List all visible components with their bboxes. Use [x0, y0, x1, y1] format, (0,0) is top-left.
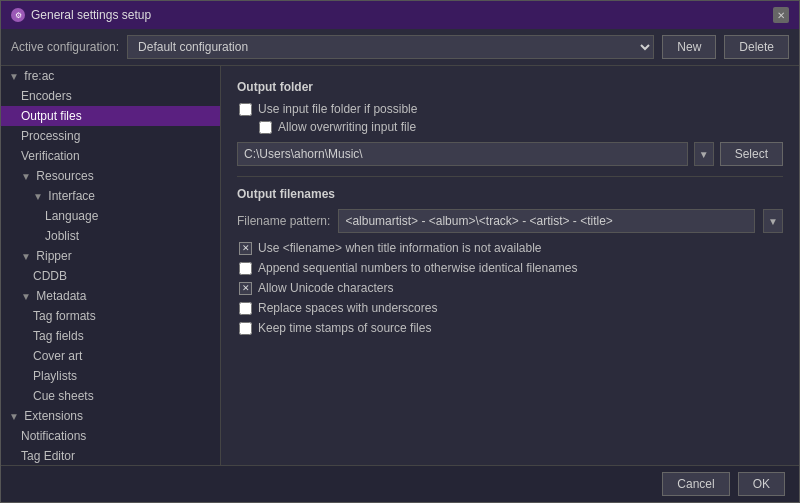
use-filename-checkbox[interactable]: ✕ — [239, 242, 252, 255]
sidebar-item-tag-formats[interactable]: Tag formats — [1, 306, 220, 326]
sidebar-item-extensions[interactable]: ▼ Extensions — [1, 406, 220, 426]
pattern-row: Filename pattern: ▼ — [237, 209, 783, 233]
sidebar-item-tag-fields[interactable]: Tag fields — [1, 326, 220, 346]
allow-overwriting-checkbox[interactable] — [259, 121, 272, 134]
use-input-folder-checkbox[interactable] — [239, 103, 252, 116]
sidebar-item-encoders[interactable]: Encoders — [1, 86, 220, 106]
close-button[interactable]: ✕ — [773, 7, 789, 23]
sidebar-item-language[interactable]: Language — [1, 206, 220, 226]
sidebar: ▼ fre:ac Encoders Output files Processin… — [1, 66, 221, 465]
sidebar-item-tag-editor[interactable]: Tag Editor — [1, 446, 220, 465]
allow-unicode-row: ✕ Allow Unicode characters — [237, 281, 783, 295]
main-area: ▼ fre:ac Encoders Output files Processin… — [1, 66, 799, 465]
append-sequential-row: Append sequential numbers to otherwise i… — [237, 261, 783, 275]
cancel-button[interactable]: Cancel — [662, 472, 729, 496]
use-input-folder-label[interactable]: Use input file folder if possible — [258, 102, 417, 116]
replace-spaces-checkbox[interactable] — [239, 302, 252, 315]
use-input-folder-row: Use input file folder if possible — [237, 102, 783, 116]
sidebar-item-interface[interactable]: ▼ Interface — [1, 186, 220, 206]
path-row: ▼ Select — [237, 142, 783, 166]
title-bar: ⚙ General settings setup ✕ — [1, 1, 799, 29]
sidebar-item-cddb[interactable]: CDDB — [1, 266, 220, 286]
new-button[interactable]: New — [662, 35, 716, 59]
bottom-bar: Cancel OK — [1, 465, 799, 502]
sidebar-item-cover-art[interactable]: Cover art — [1, 346, 220, 366]
sidebar-item-playlists[interactable]: Playlists — [1, 366, 220, 386]
config-bar: Active configuration: Default configurat… — [1, 29, 799, 66]
output-filenames-title: Output filenames — [237, 187, 783, 201]
output-folder-title: Output folder — [237, 80, 783, 94]
config-label: Active configuration: — [11, 40, 119, 54]
path-dropdown-arrow[interactable]: ▼ — [694, 142, 714, 166]
sidebar-item-output-files[interactable]: Output files — [1, 106, 220, 126]
allow-overwriting-row: Allow overwriting input file — [237, 120, 783, 134]
keep-timestamps-label[interactable]: Keep time stamps of source files — [258, 321, 431, 335]
allow-overwriting-label[interactable]: Allow overwriting input file — [278, 120, 416, 134]
content-area: Output folder Use input file folder if p… — [221, 66, 799, 465]
sidebar-item-cue-sheets[interactable]: Cue sheets — [1, 386, 220, 406]
sidebar-item-ripper[interactable]: ▼ Ripper — [1, 246, 220, 266]
separator — [237, 176, 783, 177]
pattern-dropdown-arrow[interactable]: ▼ — [763, 209, 783, 233]
allow-unicode-checkbox[interactable]: ✕ — [239, 282, 252, 295]
keep-timestamps-checkbox[interactable] — [239, 322, 252, 335]
sidebar-item-notifications[interactable]: Notifications — [1, 426, 220, 446]
app-icon: ⚙ — [11, 8, 25, 22]
main-window: ⚙ General settings setup ✕ Active config… — [0, 0, 800, 503]
sidebar-item-freac[interactable]: ▼ fre:ac — [1, 66, 220, 86]
keep-timestamps-row: Keep time stamps of source files — [237, 321, 783, 335]
sidebar-item-metadata[interactable]: ▼ Metadata — [1, 286, 220, 306]
sidebar-item-processing[interactable]: Processing — [1, 126, 220, 146]
path-input[interactable] — [237, 142, 688, 166]
filename-pattern-input[interactable] — [338, 209, 755, 233]
sidebar-item-joblist[interactable]: Joblist — [1, 226, 220, 246]
window-title: General settings setup — [31, 8, 151, 22]
use-filename-label[interactable]: Use <filename> when title information is… — [258, 241, 542, 255]
replace-spaces-label[interactable]: Replace spaces with underscores — [258, 301, 437, 315]
ok-button[interactable]: OK — [738, 472, 785, 496]
sidebar-item-resources[interactable]: ▼ Resources — [1, 166, 220, 186]
append-sequential-checkbox[interactable] — [239, 262, 252, 275]
allow-unicode-label[interactable]: Allow Unicode characters — [258, 281, 393, 295]
sidebar-item-verification[interactable]: Verification — [1, 146, 220, 166]
replace-spaces-row: Replace spaces with underscores — [237, 301, 783, 315]
filename-pattern-label: Filename pattern: — [237, 214, 330, 228]
config-select[interactable]: Default configuration — [127, 35, 654, 59]
use-filename-row: ✕ Use <filename> when title information … — [237, 241, 783, 255]
select-button[interactable]: Select — [720, 142, 783, 166]
delete-button[interactable]: Delete — [724, 35, 789, 59]
append-sequential-label[interactable]: Append sequential numbers to otherwise i… — [258, 261, 578, 275]
title-bar-left: ⚙ General settings setup — [11, 8, 151, 22]
